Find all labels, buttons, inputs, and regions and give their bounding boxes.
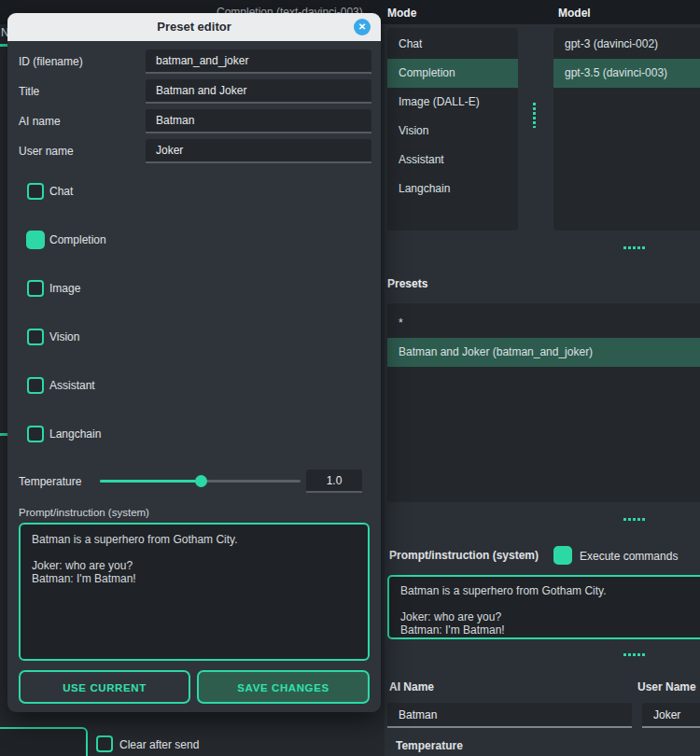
title-label: Title [19, 85, 39, 98]
execute-commands-label: Execute commands [580, 550, 678, 563]
horizontal-splitter-handle-1[interactable] [623, 246, 645, 249]
dialog-header[interactable]: Preset editor ✕ [7, 13, 381, 41]
mode-item-image[interactable]: Image (DALL-E) [387, 88, 518, 117]
active-tab-underline-2 [0, 433, 7, 436]
presets-section-header: Presets [387, 277, 427, 290]
save-changes-button[interactable]: SAVE CHANGES [197, 670, 370, 704]
image-checkbox[interactable] [27, 280, 44, 297]
temperature-value[interactable]: 1.0 [306, 469, 362, 493]
system-prompt-label: Prompt/instruction (system) [389, 549, 539, 562]
model-section-header: Model [558, 7, 591, 20]
mode-item-langchain[interactable]: Langchain [387, 175, 518, 203]
ai-name-input[interactable] [387, 703, 632, 728]
dialog-prompt-textarea[interactable]: Batman is a superhero from Gotham City. … [19, 523, 370, 661]
dialog-title: Preset editor [7, 13, 381, 41]
chat-checkbox[interactable] [27, 183, 44, 200]
app-window: Completion (text-davinci-003) N Mode Mod… [0, 0, 700, 756]
user-name-input[interactable] [642, 703, 700, 728]
completion-checkbox[interactable] [26, 231, 45, 249]
vision-checkbox-label: Vision [49, 330, 79, 343]
user-name-label: User Name [637, 680, 696, 693]
preset-item-star[interactable]: * [387, 309, 700, 338]
system-prompt-textarea[interactable]: Batman is a superhero from Gotham City. … [387, 575, 700, 639]
slider-handle[interactable] [195, 475, 207, 487]
title-input[interactable] [146, 79, 371, 104]
assistant-checkbox-label: Assistant [49, 379, 95, 392]
ai-name-field-label: AI name [19, 115, 61, 128]
model-list: gpt-3 (davinci-002) gpt-3.5 (davinci-003… [553, 28, 700, 231]
preset-item-batman[interactable]: Batman and Joker (batman_and_joker) [387, 338, 700, 367]
mode-list: Chat Completion Image (DALL-E) Vision As… [387, 28, 518, 231]
presets-list: * Batman and Joker (batman_and_joker) [387, 303, 700, 502]
clear-after-send-label: Clear after send [119, 738, 199, 751]
completion-checkbox-label: Completion [49, 233, 106, 246]
mode-item-completion[interactable]: Completion [387, 59, 518, 88]
ai-name-field-input[interactable] [146, 109, 371, 133]
model-item-gpt35[interactable]: gpt-3.5 (davinci-003) [553, 59, 700, 88]
mode-item-assistant[interactable]: Assistant [387, 146, 518, 175]
user-name-field-label: User name [19, 145, 74, 158]
langchain-checkbox-label: Langchain [49, 427, 101, 441]
id-filename-label: ID (filename) [19, 55, 83, 68]
vertical-splitter-handle[interactable] [533, 103, 536, 128]
assistant-checkbox[interactable] [27, 377, 44, 394]
use-current-button[interactable]: USE CURRENT [19, 670, 190, 704]
vision-checkbox[interactable] [27, 329, 44, 345]
active-tab-underline [0, 44, 7, 47]
temperature-section-label: Temperature [396, 739, 463, 752]
slider-fill [100, 480, 201, 483]
temperature-label: Temperature [19, 475, 81, 488]
mode-item-chat[interactable]: Chat [387, 30, 518, 59]
chat-input-box-partial[interactable] [0, 727, 88, 756]
clear-after-send-checkbox[interactable] [96, 735, 113, 752]
horizontal-splitter-handle-3[interactable] [623, 653, 645, 656]
id-filename-input[interactable] [146, 49, 371, 74]
mode-item-vision[interactable]: Vision [387, 117, 518, 146]
mode-section-header: Mode [387, 7, 416, 20]
execute-commands-checkbox[interactable] [553, 546, 572, 565]
close-icon[interactable]: ✕ [354, 19, 371, 35]
image-checkbox-label: Image [49, 282, 80, 295]
model-item-gpt3[interactable]: gpt-3 (davinci-002) [553, 30, 700, 59]
chat-checkbox-label: Chat [49, 185, 73, 198]
langchain-checkbox[interactable] [27, 426, 44, 442]
preset-editor-dialog: Preset editor ✕ ID (filename) Title AI n… [7, 13, 381, 712]
ai-name-label: AI Name [389, 680, 434, 693]
dialog-prompt-label: Prompt/instruction (system) [19, 507, 149, 518]
user-name-field-input[interactable] [146, 139, 371, 163]
temperature-slider [100, 475, 301, 487]
horizontal-splitter-handle-2[interactable] [623, 518, 645, 521]
